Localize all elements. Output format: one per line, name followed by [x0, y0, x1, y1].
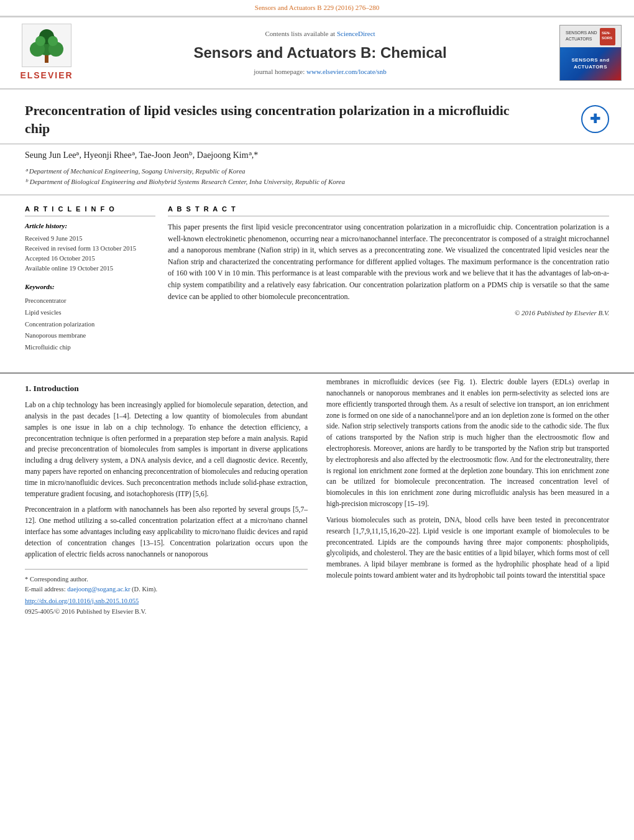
- elsevier-logo: ELSEVIER: [12, 24, 81, 82]
- keywords-list: Preconcentrator Lipid vesicles Concentra…: [25, 295, 155, 354]
- copyright-line: © 2016 Published by Elsevier B.V.: [168, 308, 609, 318]
- svg-text:SEN-: SEN-: [602, 31, 610, 35]
- intro-paragraph-2: Preconcentraion in a platform with nanoc…: [25, 504, 308, 560]
- keyword-3: Concentration polarization: [25, 319, 155, 331]
- sciencedirect-link[interactable]: ScienceDirect: [337, 30, 375, 37]
- sensors-actuators-logo: SENSORS AND ACTUATORS SEN- SORS SENSORS …: [559, 25, 622, 81]
- body-left-col: 1. Introduction Lab on a chip technology…: [25, 377, 308, 616]
- right-paragraph-2: Various biomolecules such as protein, DN…: [326, 515, 609, 581]
- article-title: Preconcentration of lipid vesicles using…: [25, 102, 522, 137]
- authors-text: Seung Jun Leeᵃ, Hyeonji Rheeᵃ, Tae-Joon …: [25, 150, 258, 160]
- article-header: Preconcentration of lipid vesicles using…: [0, 90, 634, 144]
- footnotes: * Corresponding author. E-mail address: …: [25, 569, 308, 616]
- affiliation-a: ᵃ Department of Mechanical Engineering, …: [25, 167, 609, 176]
- issn-line: 0925-4005/© 2016 Published by Elsevier B…: [25, 607, 308, 617]
- article-info-section: A R T I C L E I N F O Article history: R…: [25, 205, 155, 274]
- body-right-col: membranes in microfluidic devices (see F…: [326, 377, 609, 616]
- available-date: Available online 19 October 2015: [25, 264, 155, 274]
- keyword-2: Lipid vesicles: [25, 307, 155, 319]
- elsevier-tree-icon: [22, 24, 71, 67]
- right-paragraph-1: membranes in microfluidic devices (see F…: [326, 377, 609, 510]
- footnote-email: E-mail address: daejoong@sogang.ac.kr (D…: [25, 584, 308, 594]
- abstract-heading: A B S T R A C T: [168, 205, 609, 216]
- intro-paragraph-1: Lab on a chip technology has been increa…: [25, 400, 308, 499]
- intro-section-title: 1. Introduction: [25, 383, 308, 395]
- doi-line: http://dx.doi.org/10.1016/j.snb.2015.10.…: [25, 597, 308, 606]
- history-label: Article history:: [25, 221, 155, 231]
- affiliations: ᵃ Department of Mechanical Engineering, …: [0, 164, 634, 195]
- received-date: Received 9 June 2015: [25, 234, 155, 244]
- doi-link[interactable]: http://dx.doi.org/10.1016/j.snb.2015.10.…: [25, 598, 139, 604]
- sensors-logo-top: SENSORS AND ACTUATORS SEN- SORS: [560, 25, 621, 47]
- elsevier-label: ELSEVIER: [20, 70, 73, 82]
- affiliation-b: ᵇ Department of Biological Engineering a…: [25, 177, 609, 187]
- svg-point-5: [35, 36, 45, 46]
- abstract-text: This paper presents the first lipid vesi…: [168, 221, 609, 302]
- svg-text:ACTUATORS: ACTUATORS: [566, 37, 592, 41]
- keywords-section: Keywords: Preconcentrator Lipid vesicles…: [25, 282, 155, 354]
- article-info-col: A R T I C L E I N F O Article history: R…: [25, 205, 155, 364]
- keywords-label: Keywords:: [25, 282, 155, 292]
- footnote-corresponding: * Corresponding author.: [25, 575, 308, 584]
- email-link[interactable]: daejoong@sogang.ac.kr: [67, 586, 130, 593]
- homepage-link[interactable]: www.elsevier.com/locate/snb: [306, 68, 387, 75]
- crossmark-badge: ✚: [581, 105, 609, 133]
- received-revised-date: Received in revised form 13 October 2015: [25, 244, 155, 254]
- keyword-4: Nanoporous membrane: [25, 330, 155, 342]
- svg-text:SORS: SORS: [602, 36, 612, 40]
- journal-header: ELSEVIER Contents lists available at Sci…: [0, 16, 634, 90]
- body-content: 1. Introduction Lab on a chip technology…: [0, 372, 634, 629]
- abstract-col: A B S T R A C T This paper presents the …: [168, 205, 609, 364]
- journal-title-block: Contents lists available at ScienceDirec…: [81, 29, 559, 76]
- accepted-date: Accepted 16 October 2015: [25, 254, 155, 264]
- svg-point-6: [48, 36, 58, 46]
- sensors-logo-img: SENSORS and ACTUATORS: [560, 47, 621, 80]
- contents-line: Contents lists available at ScienceDirec…: [93, 29, 547, 39]
- svg-text:SENSORS AND: SENSORS AND: [566, 30, 597, 35]
- body-two-col: 1. Introduction Lab on a chip technology…: [25, 377, 609, 616]
- citation-bar: Sensors and Actuators B 229 (2016) 276–2…: [0, 0, 634, 16]
- journal-homepage: journal homepage: www.elsevier.com/locat…: [93, 67, 547, 76]
- keyword-5: Microfluidic chip: [25, 342, 155, 354]
- article-info-heading: A R T I C L E I N F O: [25, 205, 155, 216]
- journal-main-title: Sensors and Actuators B: Chemical: [93, 42, 547, 63]
- authors-line: Seung Jun Leeᵃ, Hyeonji Rheeᵃ, Tae-Joon …: [0, 144, 634, 164]
- keyword-1: Preconcentrator: [25, 295, 155, 307]
- article-info-abstract: A R T I C L E I N F O Article history: R…: [0, 195, 634, 373]
- citation-text: Sensors and Actuators B 229 (2016) 276–2…: [255, 4, 379, 11]
